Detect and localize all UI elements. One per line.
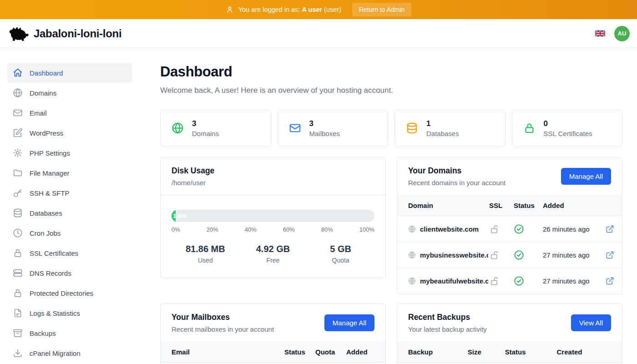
disk-progress-bar: 1.6% (172, 210, 374, 222)
globe-icon (408, 277, 416, 285)
disk-quota: 5 GB Quota (307, 244, 374, 264)
stat-value: 3 (192, 119, 219, 128)
lock-icon (13, 248, 23, 258)
sidebar-item-file-manager[interactable]: File Manager (7, 163, 132, 183)
sidebar-item-dashboard[interactable]: Dashboard (7, 63, 132, 83)
server-icon (13, 268, 23, 278)
disk-used: 81.86 MB Used (172, 244, 239, 264)
file-text-icon (13, 308, 23, 318)
sidebar-item-cpanel-migration[interactable]: cPanel Migration (7, 343, 132, 363)
recent-backups-card: Recent Backups Your latest backup activi… (397, 303, 622, 364)
mail-icon (13, 108, 23, 118)
tick-label: 60% (283, 226, 295, 233)
external-link-icon[interactable] (606, 225, 616, 233)
sidebar-item-label: WordPress (30, 129, 63, 137)
domain-name: mybeautifulwebsite.com (420, 277, 488, 285)
your-mailboxes-card: Your Mailboxes Recent mailboxes in your … (160, 303, 386, 364)
database-icon (13, 208, 23, 218)
column-header: Added (543, 202, 605, 209)
sidebar-item-protected-directories[interactable]: Protected Directories (7, 283, 132, 303)
your-domains-subtitle: Recent domains in your account (408, 179, 506, 187)
key-icon (13, 188, 23, 198)
avatar[interactable]: AU (614, 26, 630, 41)
sidebar-item-databases[interactable]: Databases (7, 203, 132, 223)
column-header: Domain (408, 202, 488, 209)
ssl-unlock-icon (489, 276, 513, 286)
sidebar-item-ssh-sftp[interactable]: SSH & SFTP (7, 183, 132, 203)
disk-usage-title: Disk Usage (172, 166, 374, 176)
sidebar-item-label: Dashboard (30, 69, 63, 77)
disk-usage-path: /home/user (172, 179, 374, 187)
column-header: Size (468, 348, 505, 356)
sidebar-item-label: Domains (30, 89, 56, 97)
boar-logo-icon (7, 25, 29, 42)
manage-all-domains-button[interactable]: Manage All (561, 168, 611, 185)
disk-free: 4.92 GB Free (239, 244, 307, 264)
database-icon (406, 122, 418, 134)
sidebar: Dashboard Domains Email WordPress PHP Se… (0, 48, 139, 364)
manage-all-mailboxes-button[interactable]: Manage All (324, 314, 374, 331)
sidebar-item-backups[interactable]: Backups (7, 323, 132, 343)
column-header: Status (514, 202, 542, 209)
sidebar-item-label: cPanel Migration (30, 349, 81, 357)
domain-name: mybusinesswebsite.com (420, 251, 488, 259)
brand: Jabaloni-loni-loni (7, 25, 121, 42)
sidebar-item-label: Cron Jobs (30, 229, 61, 237)
stat-card-mailboxes: 3 Mailboxes (278, 110, 389, 147)
uk-flag-icon[interactable] (595, 30, 605, 37)
external-link-icon[interactable] (606, 251, 616, 259)
tick-label: 40% (245, 226, 257, 233)
domain-row: mybeautifulwebsite.com 27 minutes ago (397, 268, 622, 294)
column-header: Quota (315, 348, 346, 356)
lock-icon (523, 122, 536, 134)
sidebar-item-label: SSH & SFTP (30, 189, 70, 197)
column-header: Status (284, 348, 315, 356)
sidebar-item-label: SSL Certificates (30, 249, 78, 257)
disk-scale: 0% 20% 40% 60% 80% 100% (172, 226, 374, 233)
column-header: Email (172, 348, 284, 356)
sidebar-item-label: DNS Records (30, 269, 71, 277)
tick-label: 80% (321, 226, 333, 233)
logged-in-message: You are logged in as: A user (user) (238, 6, 341, 13)
return-to-admin-button[interactable]: Return to Admin (352, 3, 411, 16)
brand-title: Jabaloni-loni-loni (34, 27, 121, 40)
stat-card-databases: 1 Databases (394, 110, 506, 147)
domain-added: 26 minutes ago (543, 225, 605, 233)
sidebar-item-ssl-certificates[interactable]: SSL Certificates (7, 243, 132, 263)
stat-value: 0 (544, 119, 592, 128)
sidebar-item-dns-records[interactable]: DNS Records (7, 263, 132, 283)
column-header: Status (505, 348, 557, 356)
backups-table-header: Backup Size Status Created (397, 341, 622, 363)
sidebar-item-logs-statistics[interactable]: Logs & Statistics (7, 303, 132, 323)
tick-label: 0% (172, 226, 180, 233)
impersonation-banner: You are logged in as: A user (user) Retu… (0, 0, 637, 19)
archive-icon (13, 328, 23, 338)
sidebar-item-email[interactable]: Email (7, 103, 132, 123)
sidebar-item-wordpress[interactable]: WordPress (7, 123, 132, 143)
sidebar-item-domains[interactable]: Domains (7, 83, 132, 103)
sidebar-item-label: File Manager (30, 169, 70, 177)
domain-row: clientwebsite.com 26 minutes ago (397, 216, 622, 242)
stat-label: Databases (426, 130, 459, 137)
status-check-icon (514, 250, 542, 260)
status-check-icon (514, 276, 542, 286)
column-header: Backup (408, 348, 468, 356)
column-header: Created (557, 348, 611, 356)
sidebar-item-php-settings[interactable]: PHP Settings (7, 143, 132, 163)
status-check-icon (514, 224, 542, 234)
external-link-icon[interactable] (606, 277, 616, 285)
download-icon (13, 348, 23, 358)
sidebar-item-label: Protected Directories (30, 289, 93, 297)
stat-label: Mailboxes (309, 130, 340, 137)
stat-label: SSL Certificates (544, 130, 592, 137)
stat-cards: 3 Domains 3 Mailboxes 1 Databases (160, 110, 622, 147)
ssl-unlock-icon (489, 224, 513, 234)
gear-icon (13, 148, 23, 158)
domain-added: 27 minutes ago (543, 277, 605, 285)
globe-icon (408, 225, 416, 233)
sidebar-item-cron-jobs[interactable]: Cron Jobs (7, 223, 132, 243)
column-header: SSL (489, 202, 513, 209)
view-all-backups-button[interactable]: View All (571, 314, 611, 331)
your-domains-title: Your Domains (408, 166, 506, 176)
sidebar-item-label: Backups (30, 329, 56, 337)
